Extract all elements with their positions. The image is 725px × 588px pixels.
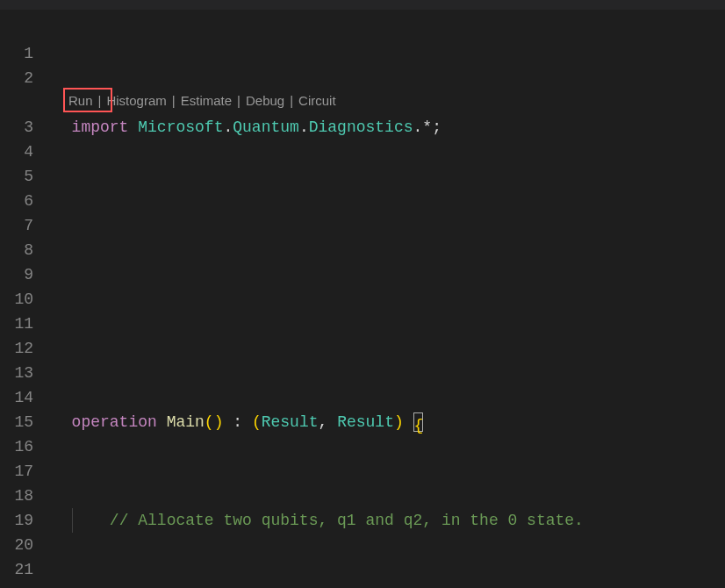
line-number: 10 xyxy=(0,287,53,312)
line-number: 18 xyxy=(0,484,53,508)
codelens-circuit[interactable]: Circuit xyxy=(298,91,336,111)
line-number: 13 xyxy=(0,361,53,385)
line-number: 20 xyxy=(0,533,53,557)
codelens-separator: | xyxy=(172,91,176,111)
code-editor[interactable]: 1 2 3 4 5 6 7 8 9 10 11 12 13 14 15 16 1… xyxy=(0,11,725,588)
line-number: 17 xyxy=(0,459,53,484)
keyword-import: import xyxy=(72,118,129,136)
line-number: 12 xyxy=(0,336,53,361)
tabs-bar xyxy=(0,0,725,11)
codelens: Run | Histogram | Estimate | Debug | Cir… xyxy=(68,91,336,111)
codelens-run[interactable]: Run xyxy=(68,91,93,111)
line-number: 5 xyxy=(0,164,53,189)
code-line[interactable]: // Allocate two qubits, q1 and q2, in th… xyxy=(53,508,725,533)
codelens-histogram[interactable]: Histogram xyxy=(106,91,166,111)
line-number: 8 xyxy=(0,238,53,262)
line-number: 16 xyxy=(0,434,53,459)
codelens-separator: | xyxy=(290,91,293,111)
operation-name: Main xyxy=(167,413,205,431)
codelens-debug[interactable]: Debug xyxy=(246,91,284,111)
line-number: 1 xyxy=(0,41,53,66)
line-number: 11 xyxy=(0,312,53,336)
codelens-separator: | xyxy=(98,91,102,111)
line-number: 4 xyxy=(0,140,53,164)
codelens-separator: | xyxy=(237,91,240,111)
line-number: 7 xyxy=(0,213,53,238)
code-line[interactable]: import Microsoft.Quantum.Diagnostics.*; xyxy=(53,115,725,140)
line-number-gutter: 1 2 3 4 5 6 7 8 9 10 11 12 13 14 15 16 1… xyxy=(0,11,53,588)
line-number: 9 xyxy=(0,262,53,287)
line-number: 3 xyxy=(0,115,53,140)
line-number: 15 xyxy=(0,410,53,434)
line-number: 2 xyxy=(0,66,53,90)
line-number: 19 xyxy=(0,508,53,533)
code-line[interactable] xyxy=(53,213,725,238)
keyword-operation: operation xyxy=(72,413,157,431)
line-number: 6 xyxy=(0,189,53,213)
codelens-estimate[interactable]: Estimate xyxy=(181,91,232,111)
line-number: 21 xyxy=(0,557,53,582)
code-line[interactable]: operation Main() : (Result, Result) { xyxy=(53,410,725,434)
comment: // Allocate two qubits, q1 and q2, in th… xyxy=(110,512,584,529)
line-number: 14 xyxy=(0,385,53,410)
namespace: Microsoft xyxy=(138,118,223,136)
cursor: { xyxy=(413,412,423,432)
